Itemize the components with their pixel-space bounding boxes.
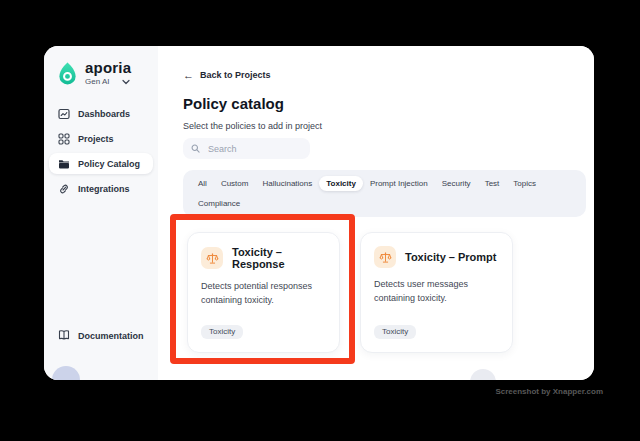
sidebar-nav: Dashboards Projects Policy Catalog Integ… [44,103,158,199]
filter-tab[interactable]: Topics [506,176,543,191]
sidebar-item-policy-catalog[interactable]: Policy Catalog [49,153,153,174]
sidebar-item-label: Policy Catalog [78,159,140,169]
filter-tab[interactable]: All [191,176,214,191]
back-arrow-icon: ← [183,70,194,80]
brand-name: aporia [85,59,131,76]
filter-tabs: All Custom Hallucinations Toxicity Promp… [183,170,586,217]
policy-card-toxicity-prompt[interactable]: Toxicity – Prompt Detects user messages … [360,232,513,353]
back-link-label: Back to Projects [200,69,271,81]
filter-tab[interactable]: Custom [214,176,256,191]
sidebar-item-label: Dashboards [78,109,130,119]
chat-bubble-peek[interactable] [470,369,496,380]
page-title: Policy catalog [183,95,586,112]
card-tag: Toxicity [201,325,243,339]
card-description: Detects potential responses containing t… [201,279,329,307]
aporia-logo-icon [57,61,78,87]
card-title: Toxicity – Response [232,246,326,270]
grid-icon [58,133,70,145]
policy-card-toxicity-response[interactable]: Toxicity – Response Detects potential re… [187,232,340,353]
sidebar-item-dashboards[interactable]: Dashboards [49,103,153,124]
sidebar-item-integrations[interactable]: Integrations [49,178,153,199]
policy-cards: Toxicity – Response Detects potential re… [187,232,586,353]
watermark-text: Screenshot by Xnapper.com [495,387,603,396]
dashboard-icon [58,108,70,120]
filter-tab[interactable]: Prompt Injection [363,176,435,191]
folder-icon [58,158,70,170]
back-to-projects-link[interactable]: ← Back to Projects [183,69,586,81]
app-window: aporia Gen AI Dashboards [44,46,594,380]
sidebar-item-projects[interactable]: Projects [49,128,153,149]
chevron-down-icon[interactable] [122,79,130,85]
card-tag: Toxicity [374,325,416,339]
filter-tab[interactable]: Compliance [191,196,247,211]
page-subtitle: Select the policies to add in project [183,122,586,131]
filter-tab[interactable]: Hallucinations [255,176,319,191]
card-description: Detects user messages containing toxicit… [374,277,502,305]
sidebar: aporia Gen AI Dashboards [44,46,158,380]
filter-tab[interactable]: Security [435,176,478,191]
sidebar-item-documentation[interactable]: Documentation [49,326,144,346]
filter-tab[interactable]: Test [478,176,507,191]
workspace-label: Gen AI [85,77,109,86]
card-title: Toxicity – Prompt [405,251,496,263]
scales-icon [201,247,223,269]
filter-tab[interactable]: Toxicity [319,176,363,191]
search-box[interactable] [183,138,310,159]
sidebar-item-label: Integrations [78,184,130,194]
search-icon [191,144,200,153]
sidebar-item-label: Documentation [78,331,144,341]
search-input[interactable] [206,143,302,155]
brand-block[interactable]: aporia Gen AI [44,46,158,87]
scales-icon [374,246,396,268]
link-icon [58,183,70,195]
sidebar-item-label: Projects [78,134,114,144]
brand-text: aporia Gen AI [85,59,131,86]
book-icon [58,329,70,343]
avatar-peek[interactable] [52,366,80,380]
main-content: ← Back to Projects Policy catalog Select… [158,46,594,380]
